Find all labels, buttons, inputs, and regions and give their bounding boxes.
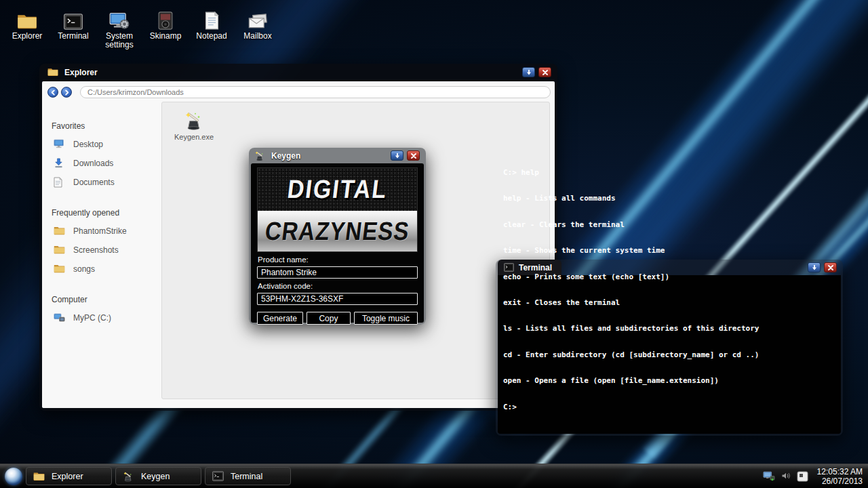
folder-icon: [54, 245, 66, 256]
desktop-icon: [54, 139, 66, 150]
desktop-icon-terminal[interactable]: Terminal: [51, 8, 96, 49]
window-title: Explorer: [64, 68, 98, 77]
toggle-music-button[interactable]: Toggle music: [354, 312, 418, 325]
sidebar-item-label: songs: [73, 264, 95, 274]
volume-icon[interactable]: [781, 471, 791, 482]
file-label: Keygen.exe: [169, 133, 219, 141]
folder-icon: [47, 67, 60, 78]
folder-icon: [54, 264, 66, 274]
explorer-sidebar: Favorites Desktop Downloads Documents Fr…: [52, 117, 160, 404]
desktop-icon-grid: Explorer Terminal System settings Skinam…: [5, 8, 281, 49]
sidebar-item-label: PhantomStrike: [73, 226, 127, 236]
generate-button[interactable]: Generate: [257, 312, 303, 325]
sidebar-section-title: Favorites: [52, 117, 160, 135]
terminal-line: ls - Lists all files and subdirectories …: [503, 325, 760, 333]
activation-code-field[interactable]: [257, 293, 418, 305]
sidebar-item-screenshots[interactable]: Screenshots: [52, 241, 160, 260]
desktop: Explorer Terminal System settings Skinam…: [0, 0, 868, 488]
terminal-line: echo - Prints some text (echo [text]): [503, 273, 760, 282]
folder-icon: [54, 226, 66, 237]
window-title: Keygen: [271, 151, 300, 161]
keygen-body: DIGITAL CRAZYNESS Product name: Activati…: [251, 163, 424, 323]
sidebar-section-title: Frequently opened: [52, 203, 160, 222]
terminal-icon: [51, 8, 96, 30]
close-icon[interactable]: [824, 262, 837, 272]
clock-time: 12:05:32 AM: [817, 467, 863, 476]
notepad-icon: [189, 8, 234, 30]
product-name-field[interactable]: [257, 266, 418, 279]
sidebar-item-documents[interactable]: Documents: [52, 173, 160, 192]
file-keygen-exe[interactable]: Keygen.exe: [169, 108, 219, 141]
system-tray: 12:05:32 AM 26/07/2013: [763, 464, 863, 488]
keyboard-layout-icon[interactable]: [797, 471, 808, 482]
terminal-screen[interactable]: C:> help help - Lists all commands clear…: [498, 275, 841, 434]
desktop-icon-explorer[interactable]: Explorer: [5, 8, 50, 49]
activation-code-label: Activation code:: [258, 282, 418, 290]
taskbar-clock: 12:05:32 AM 26/07/2013: [814, 467, 863, 486]
terminal-line: help - Lists all commands: [503, 195, 760, 203]
desktop-icon-system-settings[interactable]: System settings: [97, 8, 142, 49]
taskbar: Explorer Keygen Terminal 12:05:32 AM 26/…: [0, 464, 868, 488]
taskbar-button-label: Keygen: [141, 472, 170, 481]
desktop-icon-mailbox[interactable]: Mailbox: [235, 8, 280, 49]
network-icon[interactable]: [763, 471, 775, 482]
music-player-icon: [143, 8, 188, 30]
computer-icon: [54, 312, 66, 323]
terminal-output: C:> help help - Lists all commands clear…: [503, 152, 760, 430]
mailbox-icon: [235, 8, 280, 30]
desktop-icon-label: Mailbox: [235, 32, 280, 41]
desktop-icon-label: System settings: [97, 32, 142, 49]
logo-text-crazyness: CRAZYNESS: [264, 216, 412, 246]
keygen-icon: [169, 108, 219, 131]
sidebar-item-label: MyPC (C:): [73, 313, 111, 323]
desktop-icon-notepad[interactable]: Notepad: [189, 8, 234, 49]
taskbar-button-label: Terminal: [231, 472, 262, 481]
terminal-line: C:> help: [503, 169, 760, 178]
clock-date: 26/07/2013: [817, 476, 863, 486]
start-button[interactable]: [5, 468, 22, 485]
terminal-line: exit - Closes the terminal: [503, 299, 760, 308]
keygen-window: Keygen DIGITAL CRAZYNESS Product name: A…: [249, 148, 426, 325]
minimize-button[interactable]: [391, 150, 403, 161]
sidebar-item-label: Desktop: [73, 140, 103, 149]
desktop-icon-label: Terminal: [51, 32, 96, 41]
product-name-label: Product name:: [258, 256, 418, 264]
desktop-icon-label: Explorer: [5, 32, 50, 41]
close-icon[interactable]: [407, 150, 420, 161]
sidebar-item-mypc[interactable]: MyPC (C:): [52, 308, 160, 327]
desktop-icon-label: Skinamp: [143, 32, 188, 41]
sidebar-item-songs[interactable]: songs: [52, 260, 160, 279]
sidebar-item-phantomstrike[interactable]: PhantomStrike: [52, 222, 160, 241]
sidebar-item-label: Downloads: [73, 159, 113, 168]
address-bar[interactable]: [80, 86, 551, 98]
explorer-titlebar[interactable]: Explorer: [39, 64, 557, 81]
sidebar-item-label: Screenshots: [73, 245, 119, 255]
terminal-line: open - Opens a file (open [file_name.ext…: [503, 377, 760, 386]
logo-text-digital: DIGITAL: [285, 175, 389, 205]
sidebar-item-downloads[interactable]: Downloads: [52, 154, 160, 173]
downloads-icon: [54, 158, 66, 169]
terminal-line: time - Shows the current system time: [503, 247, 760, 256]
copy-button[interactable]: Copy: [307, 312, 351, 325]
taskbar-button-explorer[interactable]: Explorer: [26, 467, 112, 485]
close-icon[interactable]: [538, 67, 551, 77]
documents-icon: [54, 177, 66, 188]
folder-icon: [5, 8, 50, 30]
forward-button[interactable]: [61, 87, 72, 98]
terminal-icon: [212, 471, 224, 482]
taskbar-button-label: Explorer: [52, 472, 83, 481]
terminal-prompt: C:>: [503, 403, 760, 412]
keygen-icon: [254, 150, 267, 161]
back-button[interactable]: [47, 87, 58, 98]
system-settings-icon: [97, 8, 142, 30]
minimize-button[interactable]: [522, 67, 535, 77]
terminal-window: Terminal C:> help help - Lists all comma…: [496, 260, 843, 436]
taskbar-button-keygen[interactable]: Keygen: [115, 467, 201, 485]
keygen-titlebar[interactable]: Keygen: [249, 148, 426, 163]
minimize-button[interactable]: [808, 262, 821, 272]
sidebar-item-desktop[interactable]: Desktop: [52, 135, 160, 154]
terminal-line: clear - Clears the terminal: [503, 221, 760, 230]
taskbar-button-terminal[interactable]: Terminal: [205, 467, 291, 485]
keygen-icon: [123, 471, 135, 482]
desktop-icon-skinamp[interactable]: Skinamp: [143, 8, 188, 49]
